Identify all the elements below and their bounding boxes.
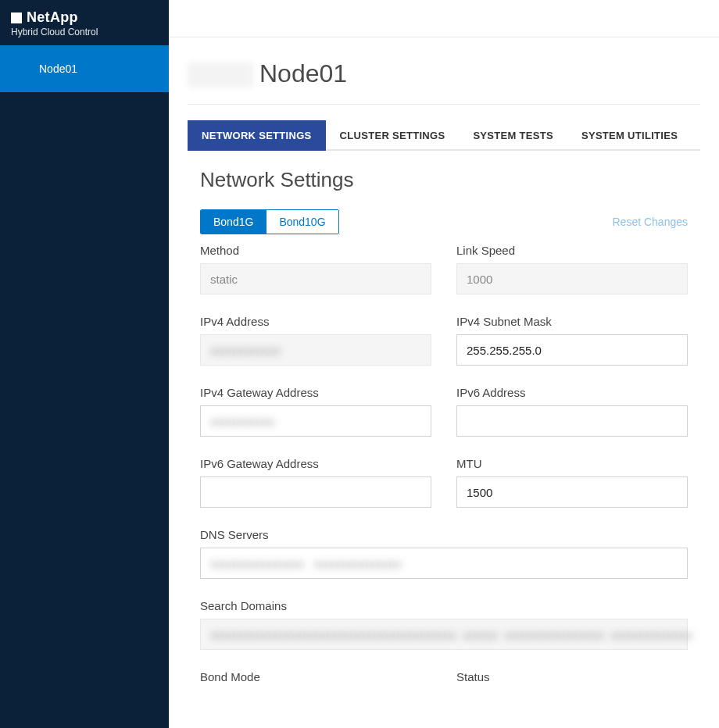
field-bond-mode: Bond Mode [200,670,431,690]
ipv4-subnet-label: IPv4 Subnet Mask [456,315,688,328]
sidebar-item-node[interactable]: Node01 [0,45,169,92]
subtabs-group: Bond1G Bond10G [200,209,339,234]
brand-name: NetApp [27,9,78,26]
top-strip [169,0,719,37]
search-domains-label: Search Domains [200,599,688,612]
field-ipv6-address: IPv6 Address [456,386,688,437]
page-title-prefix-redacted: xxxxxx [188,62,253,87]
field-ipv4-gateway: IPv4 Gateway Address xxxxxxxxxxx [200,386,431,437]
method-label: Method [200,244,431,257]
form-grid: Method static Link Speed 1000 IPv4 Addre… [200,244,688,690]
tab-network-settings[interactable]: NETWORK SETTINGS [188,120,326,151]
ipv4-gateway-label: IPv4 Gateway Address [200,386,431,399]
tabs: NETWORK SETTINGS CLUSTER SETTINGS SYSTEM… [188,120,700,151]
link-speed-value: 1000 [456,263,688,294]
page-title-row: xxxxxx Node01 [188,59,700,105]
main-content: xxxxxx Node01 NETWORK SETTINGS CLUSTER S… [169,0,719,728]
field-dns: DNS Servers xxxxxxxxxxxxxxxx xxxxxxxxxxx… [200,528,688,579]
ipv4-subnet-input[interactable] [456,334,688,366]
sidebar-item-label: Node01 [39,62,77,75]
field-ipv4-address: IPv4 Address xxxxxxxxxxxx [200,315,431,366]
field-ipv6-gateway: IPv6 Gateway Address [200,457,431,508]
mtu-input[interactable] [456,476,688,508]
ipv6-address-label: IPv6 Address [456,386,688,399]
tab-system-tests[interactable]: SYSTEM TESTS [459,120,567,151]
ipv6-gateway-input[interactable] [200,476,431,508]
field-search-domains: Search Domains xxxxxxxxxxxxxxxxxxxxxxxxx… [200,599,688,650]
bond-mode-label: Bond Mode [200,670,431,683]
brand-subtitle: Hybrid Cloud Control [11,27,158,37]
netapp-logo-icon [11,12,22,23]
mtu-label: MTU [456,457,688,470]
tab-system-utilities[interactable]: SYSTEM UTILITIES [567,120,692,151]
sidebar: NetApp Hybrid Cloud Control Node01 [0,0,169,728]
field-status: Status [456,670,688,690]
section-title: Network Settings [200,168,700,192]
subtab-bond10g[interactable]: Bond10G [266,210,338,234]
ipv4-gateway-input[interactable]: xxxxxxxxxxx [200,405,431,437]
field-link-speed: Link Speed 1000 [456,244,688,294]
field-ipv4-subnet: IPv4 Subnet Mask [456,315,688,366]
tab-cluster-settings[interactable]: CLUSTER SETTINGS [326,120,460,151]
link-speed-label: Link Speed [456,244,688,257]
brand-block: NetApp Hybrid Cloud Control [0,0,169,45]
method-value: static [200,263,431,294]
ipv4-address-label: IPv4 Address [200,315,431,328]
search-domains-input: xxxxxxxxxxxxxxxxxxxxxxxxxxxxxxxxxxxxxxxx… [200,619,688,650]
ipv6-address-input[interactable] [456,405,688,437]
status-label: Status [456,670,688,683]
dns-label: DNS Servers [200,528,688,541]
ipv6-gateway-label: IPv6 Gateway Address [200,457,431,470]
dns-input[interactable]: xxxxxxxxxxxxxxxx xxxxxxxxxxxxxxx [200,548,688,579]
reset-changes-link[interactable]: Reset Changes [612,216,688,228]
ipv4-address-input: xxxxxxxxxxxx [200,334,431,366]
field-mtu: MTU [456,457,688,508]
field-method: Method static [200,244,431,294]
subtab-bond1g[interactable]: Bond1G [201,210,266,234]
page-title: Node01 [259,59,347,88]
